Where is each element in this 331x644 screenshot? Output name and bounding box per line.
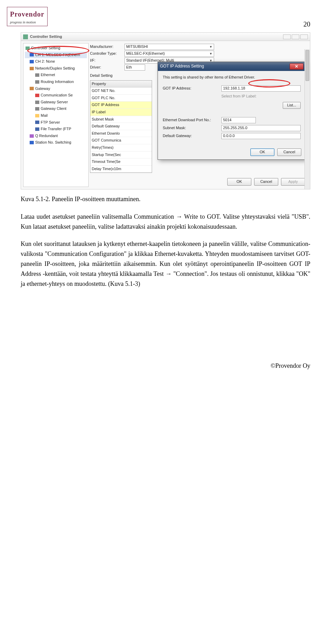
subnet-value: 255.255.255.0	[223, 125, 247, 131]
ctrltype-combo[interactable]: MELSEC-FX(Ethernet)▼	[124, 51, 214, 57]
tree-ftpserver-label: FTP Server	[41, 120, 60, 126]
prop-row[interactable]: Ethernet Downlo	[90, 130, 152, 137]
tree-eth-label: Ethernet	[41, 72, 55, 78]
gateway-input[interactable]: 0.0.0.0	[221, 133, 301, 139]
prop-row[interactable]: Default Gateway	[90, 123, 152, 130]
logo-tagline: progress in motion	[10, 20, 44, 25]
paragraph-1: Lataa uudet asetukset paneeliin valitsem…	[21, 212, 310, 232]
if-label: I/F:	[90, 58, 124, 64]
footer-copyright: ©Provendor Oy	[21, 361, 310, 371]
tree-gwserver-label: Gateway Server	[41, 99, 68, 105]
ip-address-dialog: GOT IP Address Setting ✕ This setting is…	[158, 62, 306, 160]
comm-icon	[35, 94, 39, 97]
driver-value: Eth	[126, 64, 132, 71]
prop-row[interactable]: GOT PLC No.	[90, 95, 152, 102]
subnet-input[interactable]: 255.255.255.0	[221, 125, 301, 131]
prop-row[interactable]: Retry(Times)	[90, 144, 152, 152]
driver-label: Driver:	[90, 64, 124, 71]
tree-ftpserver[interactable]: FTP Server	[25, 119, 87, 126]
chevron-down-icon: ▼	[209, 44, 212, 49]
property-grid[interactable]: Property GOT NET No. GOT PLC No. GOT IP …	[90, 80, 152, 173]
tree-mail-label: Mail	[41, 113, 48, 119]
tree-routing-label: Routing Information	[41, 79, 74, 85]
client-icon	[35, 107, 39, 111]
tree-stn[interactable]: Station No. Switching	[25, 139, 87, 146]
dialog-titlebar: GOT IP Address Setting ✕	[158, 62, 305, 71]
ethernet-icon	[35, 73, 39, 77]
channel-icon	[30, 53, 34, 56]
tree-filetransfer-label: File Transfer (FTP	[41, 126, 71, 132]
ctrltype-label: Controller Type:	[90, 51, 124, 57]
redundant-icon	[30, 134, 34, 138]
port-input[interactable]: 5014	[221, 117, 256, 123]
tree-mail[interactable]: Mail	[25, 112, 87, 119]
manufacturer-value: MITSUBISHI	[126, 44, 148, 50]
window-title: Controller Setting	[30, 34, 282, 40]
tree-qredundant[interactable]: Q Redundant	[25, 133, 87, 139]
tree-gwserver[interactable]: Gateway Server	[25, 99, 87, 106]
logo-brand: Provendor	[10, 9, 44, 20]
tree-nds-label: Network/Duplex Setting	[35, 65, 75, 72]
annotation-circle-ch1	[27, 46, 89, 55]
prop-row[interactable]: GOT Communica	[90, 137, 152, 144]
tree-routing[interactable]: Routing Information	[25, 79, 87, 85]
manufacturer-combo[interactable]: MITSUBISHI▼	[124, 44, 214, 50]
tree-commse[interactable]: Communication Se	[25, 92, 87, 99]
scrollbar-thumb[interactable]	[305, 50, 309, 81]
prop-row[interactable]: GOT NET No.	[90, 87, 152, 95]
station-icon	[30, 141, 34, 144]
tree-gwclient[interactable]: Gateway Client	[25, 105, 87, 112]
tree-commse-label: Communication Se	[41, 92, 73, 98]
dialog-title: GOT IP Address Setting	[160, 63, 290, 70]
gateway-icon	[30, 87, 34, 90]
gateway-label: Default Gateway:	[163, 133, 221, 139]
page-number: 20	[21, 19, 310, 30]
routing-icon	[35, 80, 39, 84]
prop-row[interactable]: Startup Time(Sec	[90, 152, 152, 159]
paragraph-2: Kun olet suorittanut latauksen ja kytken…	[21, 239, 310, 289]
tree-ethernet[interactable]: Ethernet	[25, 72, 87, 79]
ftp-icon	[35, 121, 39, 124]
list-button[interactable]: List...	[283, 102, 301, 109]
server-icon	[35, 101, 39, 104]
got-ip-value: 192.168.1.18	[223, 85, 245, 92]
outer-cancel-button[interactable]: Cancel	[254, 178, 278, 186]
ftp-icon	[35, 127, 39, 131]
annotation-circle-ip	[248, 79, 290, 87]
tree-nds[interactable]: Network/Duplex Setting	[25, 65, 87, 72]
tree-panel[interactable]: Controller Setting CH 1: MELSEC-FX(Ether…	[23, 43, 89, 187]
property-header: Property	[90, 81, 152, 88]
driver-combo[interactable]: Eth	[124, 64, 145, 71]
prop-row[interactable]: Delay Time(x10m	[90, 166, 152, 173]
mail-icon	[35, 114, 39, 117]
screenshot-window: Controller Setting Controller Setting CH…	[21, 32, 310, 189]
window-titlebar: Controller Setting	[21, 33, 310, 41]
prop-row[interactable]: GOT IP Address	[90, 102, 152, 109]
network-icon	[30, 67, 34, 70]
got-ip-label: GOT IP Address:	[163, 85, 221, 92]
prop-row[interactable]: Subnet Mask	[90, 116, 152, 123]
maximize-button[interactable]	[292, 34, 299, 39]
logo: Provendor progress in motion	[7, 7, 48, 26]
tree-gateway[interactable]: Gateway	[25, 85, 87, 92]
dialog-ok-button[interactable]: OK	[250, 148, 274, 156]
close-icon[interactable]: ✕	[290, 63, 303, 70]
prop-row[interactable]: Timeout Time(Se	[90, 158, 152, 166]
figure-caption: Kuva 5.1-2. Paneelin IP-osoitteen muutta…	[21, 194, 310, 204]
minimize-button[interactable]	[283, 34, 291, 39]
vertical-scrollbar[interactable]	[304, 49, 310, 189]
outer-apply-button[interactable]: Apply	[281, 178, 305, 186]
close-window-button[interactable]	[300, 34, 308, 39]
tree-stn-label: Station No. Switching	[35, 139, 71, 146]
select-ip-label-link: Select from IP Label:	[221, 93, 301, 100]
outer-ok-button[interactable]: OK	[227, 178, 251, 186]
tree-ch2[interactable]: CH 2: None	[25, 58, 87, 65]
manufacturer-label: Manufacturer:	[90, 44, 124, 50]
tree-filetransfer[interactable]: File Transfer (FTP	[25, 126, 87, 133]
tree-gwclient-label: Gateway Client	[41, 106, 67, 112]
subnet-label: Subnet Mask:	[163, 125, 221, 131]
dialog-cancel-button[interactable]: Cancel	[277, 148, 301, 156]
port-label: Ethernet Download Port No.:	[163, 117, 221, 123]
prop-row[interactable]: IP Label	[90, 109, 152, 116]
chevron-down-icon: ▼	[209, 51, 212, 56]
